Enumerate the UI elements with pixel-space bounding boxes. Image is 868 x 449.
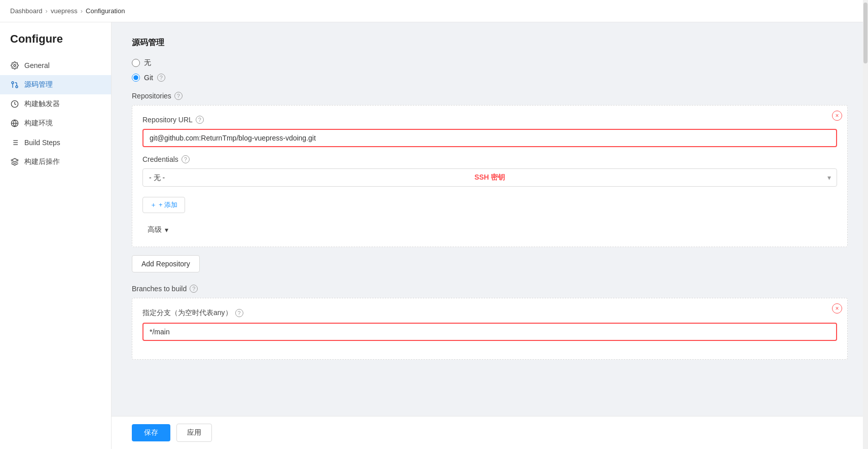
repo-card-close-button[interactable]: × <box>832 111 842 121</box>
plus-icon: ＋ <box>150 200 157 210</box>
sidebar-label-source: 源码管理 <box>24 80 53 89</box>
credentials-select-wrapper: - 无 - SSH 密钥 <box>142 168 837 187</box>
repo-url-input[interactable] <box>142 129 837 147</box>
svg-marker-13 <box>11 158 18 162</box>
branches-help-icon[interactable]: ? <box>190 285 198 293</box>
app-container: Dashboard › vuepress › Configuration Con… <box>0 0 868 449</box>
chevron-down-icon: ▾ <box>165 226 168 234</box>
breadcrumb-configuration: Configuration <box>86 7 125 15</box>
close-icon-branch: × <box>835 305 839 312</box>
radio-git[interactable]: Git ? <box>132 74 848 82</box>
sidebar-item-source[interactable]: 源码管理 <box>0 75 111 94</box>
radio-none-label: 无 <box>144 58 151 67</box>
breadcrumb-vuepress[interactable]: vuepress <box>51 7 78 15</box>
credentials-help-icon[interactable]: ? <box>182 155 190 163</box>
bottom-bar: 保存 应用 <box>112 416 868 449</box>
breadcrumb: Dashboard › vuepress › Configuration <box>0 0 868 22</box>
sidebar-item-build-steps[interactable]: Build Steps <box>0 133 111 152</box>
breadcrumb-sep-1: › <box>46 7 48 15</box>
sidebar-label-general: General <box>24 61 50 70</box>
repo-url-help-icon[interactable]: ? <box>196 116 204 124</box>
sidebar-label-post-build: 构建后操作 <box>24 157 60 166</box>
branch-field-label: 指定分支（为空时代表any） ? <box>142 308 837 318</box>
post-icon <box>10 157 19 166</box>
sidebar-item-trigger[interactable]: 构建触发器 <box>0 94 111 114</box>
branch-card-close-button[interactable]: × <box>832 303 842 314</box>
sidebar-label-env: 构建环境 <box>24 119 53 128</box>
branch-card: × 指定分支（为空时代表any） ? <box>132 298 848 360</box>
branch-field-help-icon[interactable]: ? <box>235 309 243 317</box>
radio-git-label: Git <box>144 74 153 82</box>
source-icon <box>10 80 19 89</box>
sidebar-item-env[interactable]: 构建环境 <box>0 114 111 133</box>
sidebar-item-post-build[interactable]: 构建后操作 <box>0 152 111 171</box>
radio-git-input[interactable] <box>132 74 140 82</box>
credentials-label: Credentials ? <box>142 155 837 163</box>
add-credential-button[interactable]: ＋ + 添加 <box>142 197 185 213</box>
env-icon <box>10 119 19 128</box>
sidebar-label-trigger: 构建触发器 <box>24 99 60 109</box>
breadcrumb-sep-2: › <box>81 7 83 15</box>
sidebar: Configure General <box>0 22 112 449</box>
sidebar-label-build-steps: Build Steps <box>24 139 60 147</box>
svg-point-1 <box>16 86 18 88</box>
add-label: + 添加 <box>159 200 177 210</box>
branches-label: Branches to build ? <box>132 285 848 293</box>
close-icon: × <box>835 112 839 119</box>
apply-button[interactable]: 应用 <box>176 424 212 442</box>
radio-none[interactable]: 无 <box>132 58 848 67</box>
build-icon <box>10 138 19 147</box>
branch-input[interactable] <box>142 323 837 341</box>
scrollbar[interactable] <box>863 0 868 449</box>
radio-none-input[interactable] <box>132 59 140 67</box>
radio-group-scm: 无 Git ? <box>132 58 848 82</box>
advanced-toggle[interactable]: 高级 ▾ <box>142 223 173 236</box>
credentials-select[interactable]: - 无 - <box>142 168 837 187</box>
save-button[interactable]: 保存 <box>132 424 170 441</box>
repositories-label: Repositories ? <box>132 92 848 100</box>
repo-url-label: Repository URL ? <box>142 116 837 124</box>
repository-card: × Repository URL ? Credentials ? <box>132 105 848 247</box>
scroll-thumb[interactable] <box>863 3 867 63</box>
git-help-icon[interactable]: ? <box>157 74 165 82</box>
section-title: 源码管理 <box>132 38 848 48</box>
add-button-area: ＋ + 添加 <box>142 195 837 213</box>
trigger-icon <box>10 99 19 109</box>
add-repository-button[interactable]: Add Repository <box>132 255 200 272</box>
content-area: 源码管理 无 Git ? Repositories ? <box>112 22 868 449</box>
sidebar-title: Configure <box>0 32 111 56</box>
sidebar-item-general[interactable]: General <box>0 56 111 75</box>
repo-url-field: Repository URL ? <box>142 116 837 147</box>
svg-point-2 <box>12 82 14 84</box>
repositories-help-icon[interactable]: ? <box>174 92 183 100</box>
credentials-field: Credentials ? - 无 - SSH 密钥 <box>142 155 837 187</box>
advanced-label: 高级 <box>148 225 162 234</box>
main-layout: Configure General <box>0 22 868 449</box>
svg-point-0 <box>14 64 16 66</box>
gear-icon <box>10 61 19 70</box>
breadcrumb-dashboard[interactable]: Dashboard <box>10 7 43 15</box>
branch-field: 指定分支（为空时代表any） ? <box>142 308 837 341</box>
